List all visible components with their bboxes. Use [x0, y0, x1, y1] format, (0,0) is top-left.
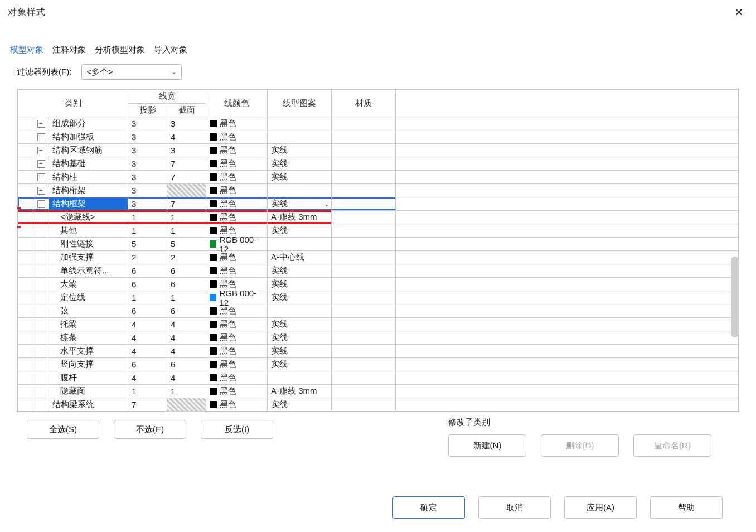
projection-cell[interactable]: 1: [128, 224, 167, 238]
line-pattern-cell[interactable]: 实线: [268, 318, 332, 331]
projection-cell[interactable]: 3: [128, 117, 167, 130]
material-cell[interactable]: [332, 345, 396, 358]
table-row[interactable]: 加强支撑22黑色A-中心线: [18, 251, 739, 264]
material-cell[interactable]: [332, 264, 396, 278]
line-color-cell[interactable]: 黑色: [206, 304, 268, 318]
line-color-cell[interactable]: 黑色: [206, 345, 268, 358]
projection-cell[interactable]: 3: [128, 130, 167, 144]
select-none-button[interactable]: 不选(E): [114, 420, 186, 439]
category-cell[interactable]: 定位线: [49, 291, 128, 304]
category-cell[interactable]: 加强支撑: [49, 251, 128, 264]
table-row[interactable]: +结构区域钢筋33黑色实线: [18, 144, 739, 157]
col-header-material[interactable]: 材质: [332, 90, 395, 117]
material-cell[interactable]: [332, 144, 396, 157]
material-cell[interactable]: [332, 224, 396, 238]
material-cell[interactable]: [332, 318, 396, 331]
line-pattern-cell[interactable]: 实线: [268, 345, 332, 358]
table-row[interactable]: 定位线11RGB 000-12实线: [18, 291, 739, 304]
help-button[interactable]: 帮助: [650, 496, 723, 519]
material-cell[interactable]: [332, 251, 396, 264]
category-cell[interactable]: 结构加强板: [49, 130, 128, 144]
projection-cell[interactable]: 6: [128, 264, 167, 278]
table-row[interactable]: 竖向支撑66黑色实线: [18, 358, 739, 371]
category-cell[interactable]: 大梁: [49, 278, 128, 291]
category-cell[interactable]: 其他: [49, 224, 128, 238]
projection-cell[interactable]: 1: [128, 211, 167, 224]
line-pattern-cell[interactable]: [268, 117, 332, 130]
expand-plus-icon[interactable]: +: [37, 133, 45, 141]
material-cell[interactable]: [332, 278, 396, 291]
section-cell[interactable]: 4: [167, 318, 206, 331]
category-cell[interactable]: 单线示意符...: [49, 264, 128, 278]
line-pattern-cell[interactable]: 实线: [268, 264, 332, 278]
invert-selection-button[interactable]: 反选(I): [201, 420, 273, 439]
category-cell[interactable]: 弦: [49, 304, 128, 318]
table-row[interactable]: 腹杆44黑色: [18, 371, 739, 385]
projection-cell[interactable]: 6: [128, 278, 167, 291]
line-color-cell[interactable]: 黑色: [206, 197, 268, 211]
material-cell[interactable]: [332, 385, 396, 398]
expand-plus-icon[interactable]: +: [37, 173, 45, 181]
projection-cell[interactable]: 4: [128, 345, 167, 358]
line-color-cell[interactable]: RGB 000-12: [206, 291, 268, 304]
material-cell[interactable]: [332, 238, 396, 251]
line-color-cell[interactable]: 黑色: [206, 171, 268, 184]
filter-list-select[interactable]: <多个> ⌄: [81, 64, 182, 80]
line-pattern-cell[interactable]: [268, 238, 332, 251]
tab-annotation-objects[interactable]: 注释对象: [50, 42, 88, 57]
section-cell[interactable]: 6: [167, 304, 206, 318]
line-pattern-cell[interactable]: A-中心线: [268, 251, 332, 264]
line-pattern-cell[interactable]: 实线: [268, 278, 332, 291]
section-cell[interactable]: 7: [167, 171, 206, 184]
table-row[interactable]: 弦66黑色: [18, 304, 739, 318]
category-cell[interactable]: <隐藏线>: [49, 211, 128, 224]
expander-cell[interactable]: +: [33, 144, 49, 157]
material-cell[interactable]: [332, 117, 396, 130]
line-pattern-cell[interactable]: 实线: [268, 144, 332, 157]
material-cell[interactable]: [332, 197, 396, 211]
rename-subcategory-button[interactable]: 重命名(R): [633, 434, 711, 457]
table-row[interactable]: +结构加强板34黑色: [18, 130, 739, 144]
line-color-cell[interactable]: 黑色: [206, 184, 268, 197]
ok-button[interactable]: 确定: [392, 496, 465, 519]
expand-plus-icon[interactable]: +: [37, 187, 45, 195]
table-row[interactable]: 隐藏面11黑色A-虚线 3mm: [18, 385, 739, 398]
material-cell[interactable]: [332, 398, 396, 412]
line-pattern-cell[interactable]: 实线: [268, 358, 332, 371]
expander-cell[interactable]: +: [33, 157, 49, 171]
col-header-projection[interactable]: 投影: [128, 104, 167, 117]
category-cell[interactable]: 刚性链接: [49, 238, 128, 251]
category-cell[interactable]: 檩条: [49, 331, 128, 345]
section-cell[interactable]: 2: [167, 251, 206, 264]
line-color-cell[interactable]: 黑色: [206, 358, 268, 371]
apply-button[interactable]: 应用(A): [564, 496, 637, 519]
line-pattern-cell[interactable]: A-虚线 3mm: [268, 211, 332, 224]
table-row[interactable]: +结构基础37黑色实线: [18, 157, 739, 171]
table-row[interactable]: 单线示意符...66黑色实线: [18, 264, 739, 278]
projection-cell[interactable]: 3: [128, 144, 167, 157]
line-pattern-cell[interactable]: 实线⌄: [268, 197, 332, 211]
table-row[interactable]: 刚性链接55RGB 000-12: [18, 238, 739, 251]
table-row[interactable]: +结构柱37黑色实线: [18, 171, 739, 184]
category-cell[interactable]: 竖向支撑: [49, 358, 128, 371]
section-cell[interactable]: 4: [167, 130, 206, 144]
projection-cell[interactable]: 1: [128, 291, 167, 304]
section-cell[interactable]: 7: [167, 157, 206, 171]
col-header-line-pattern[interactable]: 线型图案: [268, 90, 331, 117]
section-cell[interactable]: [167, 398, 206, 412]
line-color-cell[interactable]: 黑色: [206, 251, 268, 264]
section-cell[interactable]: 7: [167, 197, 206, 211]
line-color-cell[interactable]: 黑色: [206, 318, 268, 331]
material-cell[interactable]: [332, 331, 396, 345]
line-pattern-cell[interactable]: [268, 130, 332, 144]
projection-cell[interactable]: 3: [128, 157, 167, 171]
line-color-cell[interactable]: 黑色: [206, 385, 268, 398]
material-cell[interactable]: [332, 371, 396, 385]
material-cell[interactable]: [332, 157, 396, 171]
category-cell[interactable]: 水平支撑: [49, 345, 128, 358]
category-cell[interactable]: 结构桁架: [49, 184, 128, 197]
line-color-cell[interactable]: 黑色: [206, 398, 268, 412]
section-cell[interactable]: 6: [167, 264, 206, 278]
table-row[interactable]: <隐藏线>11黑色A-虚线 3mm: [18, 211, 739, 224]
line-color-cell[interactable]: 黑色: [206, 130, 268, 144]
